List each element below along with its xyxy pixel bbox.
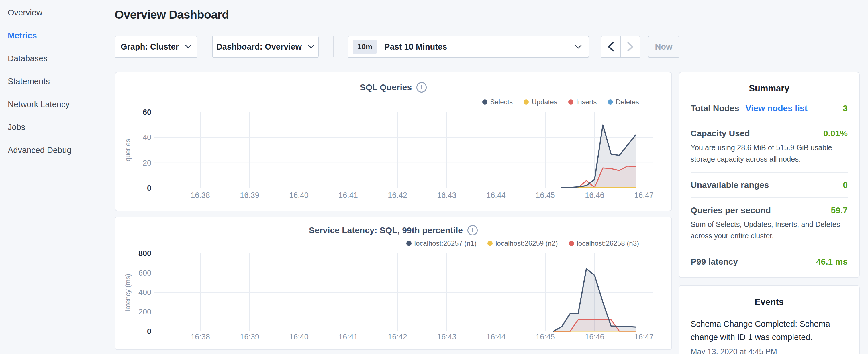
summary-row-label: Total Nodes <box>691 103 739 113</box>
sidebar: OverviewMetricsDatabasesStatementsNetwor… <box>0 0 115 354</box>
summary-row-label: Unavailable ranges <box>691 180 769 190</box>
chart-title-row: SQL Queries i <box>115 82 672 93</box>
svg-text:200: 200 <box>138 308 151 316</box>
legend-dot-icon <box>569 241 574 246</box>
time-backward-button[interactable] <box>601 36 621 57</box>
summary-row-value: 3 <box>843 103 848 113</box>
info-icon[interactable]: i <box>467 225 478 235</box>
svg-text:16:38: 16:38 <box>191 332 210 341</box>
summary-row: Capacity Used0.01%You are using 28.6 MiB… <box>691 121 848 173</box>
legend-item-deletes: Deletes <box>608 98 639 106</box>
svg-text:16:44: 16:44 <box>486 191 506 200</box>
svg-text:16:42: 16:42 <box>388 191 407 200</box>
legend-label: localhost:26259 (n2) <box>495 239 558 248</box>
sidebar-item-advanced-debug[interactable]: Advanced Debug <box>0 139 115 162</box>
chart-legend: SelectsUpdatesInsertsDeletes <box>482 98 639 106</box>
sql-queries-chart: 16:3816:3916:4016:4116:4216:4316:4416:45… <box>115 72 672 212</box>
legend-dot-icon <box>568 99 574 104</box>
summary-row-value: 59.7 <box>831 205 848 215</box>
svg-text:16:47: 16:47 <box>634 191 654 200</box>
summary-row-value: 46.1 ms <box>816 257 848 267</box>
chevron-down-icon <box>185 45 191 49</box>
svg-text:16:39: 16:39 <box>240 191 259 200</box>
summary-heading: Summary <box>679 83 859 94</box>
toolbar: Graph: Cluster Dashboard: Overview 10m P… <box>115 35 679 58</box>
event-timestamp: May 13, 2020 at 4:45 PM <box>691 347 843 354</box>
dashboard-dropdown-label: Dashboard: Overview <box>216 42 302 52</box>
graph-dropdown[interactable]: Graph: Cluster <box>115 35 197 58</box>
svg-text:16:43: 16:43 <box>437 191 457 200</box>
svg-text:20: 20 <box>143 159 151 167</box>
chevron-right-icon <box>627 42 633 52</box>
svg-text:400: 400 <box>138 288 151 297</box>
service-latency-chart-panel: Service Latency: SQL, 99th percentile i … <box>115 217 672 350</box>
legend-label: Updates <box>532 98 557 106</box>
summary-row-value: 0.01% <box>823 129 848 138</box>
event-text: Schema Change Completed: Schema change w… <box>691 318 843 344</box>
summary-row: Unavailable ranges0 <box>691 173 848 198</box>
summary-row-label: Capacity Used <box>691 129 750 138</box>
legend-label: localhost:26258 (n3) <box>577 239 639 248</box>
graph-dropdown-label: Graph: Cluster <box>121 42 179 52</box>
summary-row-label: Queries per second <box>691 205 771 215</box>
now-button[interactable]: Now <box>648 35 679 58</box>
sidebar-item-network-latency[interactable]: Network Latency <box>0 93 115 116</box>
legend-item-selects: Selects <box>482 98 513 106</box>
svg-text:16:44: 16:44 <box>486 332 506 341</box>
svg-text:16:40: 16:40 <box>289 332 309 341</box>
chevron-left-icon <box>608 42 614 52</box>
sql-queries-chart-panel: SQL Queries i SelectsUpdatesInsertsDelet… <box>115 72 672 211</box>
svg-text:16:45: 16:45 <box>535 332 555 341</box>
sidebar-item-overview[interactable]: Overview <box>0 1 115 24</box>
legend-item-updates: Updates <box>524 98 557 106</box>
legend-item-inserts: Inserts <box>568 98 597 106</box>
svg-text:0: 0 <box>147 184 151 192</box>
svg-text:16:41: 16:41 <box>338 191 358 200</box>
events-list: Schema Change Completed: Schema change w… <box>679 307 859 354</box>
svg-text:0: 0 <box>147 327 151 336</box>
sidebar-item-databases[interactable]: Databases <box>0 47 115 70</box>
sidebar-item-jobs[interactable]: Jobs <box>0 116 115 139</box>
summary-row-description: You are using 28.6 MiB of 515.9 GiB usab… <box>691 142 848 165</box>
svg-text:16:45: 16:45 <box>535 191 555 200</box>
svg-text:60: 60 <box>143 108 151 117</box>
legend-item-localhost-26258-n3-: localhost:26258 (n3) <box>569 239 639 248</box>
svg-text:800: 800 <box>138 249 151 258</box>
summary-row: Queries per second59.7Sum of Selects, Up… <box>691 198 848 250</box>
svg-text:16:41: 16:41 <box>338 332 358 341</box>
svg-text:16:46: 16:46 <box>585 332 604 341</box>
time-forward-button[interactable] <box>621 36 640 57</box>
svg-text:16:38: 16:38 <box>191 191 210 200</box>
summary-rows: Total NodesView nodes list3Capacity Used… <box>679 94 859 274</box>
time-pager-group <box>601 35 641 58</box>
legend-label: localhost:26257 (n1) <box>414 239 476 248</box>
service-latency-chart: 16:3816:3916:4016:4116:4216:4316:4416:45… <box>115 217 672 351</box>
summary-row: P99 latency46.1 ms <box>691 250 848 274</box>
app-window: OverviewMetricsDatabasesStatementsNetwor… <box>0 0 868 354</box>
page-title: Overview Dashboard <box>115 8 229 22</box>
time-range-label: Past 10 Minutes <box>384 42 447 52</box>
toolbar-divider <box>333 36 334 57</box>
sidebar-item-metrics[interactable]: Metrics <box>0 24 115 47</box>
svg-text:16:47: 16:47 <box>634 332 654 341</box>
legend-dot-icon <box>524 99 529 104</box>
legend-dot-icon <box>482 99 488 104</box>
svg-text:16:42: 16:42 <box>388 332 407 341</box>
sidebar-item-statements[interactable]: Statements <box>0 70 115 93</box>
svg-text:16:40: 16:40 <box>289 191 309 200</box>
view-nodes-link[interactable]: View nodes list <box>745 103 807 113</box>
chart-legend: localhost:26257 (n1)localhost:26259 (n2)… <box>406 239 639 248</box>
legend-item-localhost-26257-n1-: localhost:26257 (n1) <box>406 239 476 248</box>
time-range-dropdown[interactable]: 10m Past 10 Minutes <box>348 35 589 58</box>
svg-text:queries: queries <box>124 139 131 162</box>
legend-label: Deletes <box>616 98 639 106</box>
dashboard-dropdown[interactable]: Dashboard: Overview <box>212 35 319 58</box>
chart-title-row: Service Latency: SQL, 99th percentile i <box>115 225 672 235</box>
info-icon[interactable]: i <box>416 82 427 93</box>
svg-text:40: 40 <box>143 133 151 142</box>
svg-text:16:46: 16:46 <box>585 191 604 200</box>
summary-row: Total NodesView nodes list3 <box>691 96 848 121</box>
legend-dot-icon <box>406 241 411 246</box>
summary-row-main: Queries per second59.7 <box>691 205 848 215</box>
chart-title: Service Latency: SQL, 99th percentile <box>309 225 463 235</box>
